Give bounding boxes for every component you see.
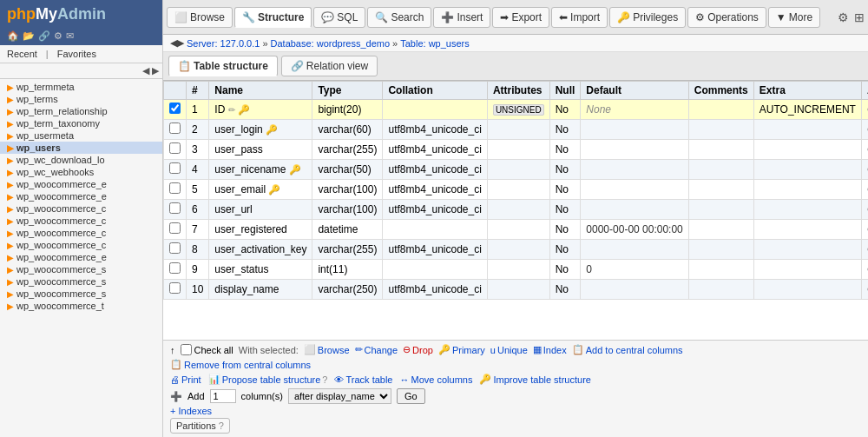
browse-selected-btn[interactable]: ⬜ Browse <box>304 344 350 355</box>
propose-help-icon[interactable]: ? <box>322 374 327 385</box>
row-comments <box>688 200 753 220</box>
favorites-tab[interactable]: Favorites <box>54 48 100 60</box>
table-breadcrumb[interactable]: Table: wp_users <box>400 38 470 49</box>
import-button[interactable]: ⬅ Import <box>551 7 608 28</box>
remove-central-btn[interactable]: 📋 Remove from central columns <box>170 359 861 370</box>
structure-button[interactable]: 🔧 Structure <box>234 7 312 28</box>
row-checkbox[interactable] <box>169 222 181 234</box>
row-type: datetime <box>312 220 383 240</box>
row-checkbox[interactable] <box>169 282 181 294</box>
table-icon: ▶ <box>7 131 14 141</box>
check-all-checkbox[interactable] <box>181 344 192 355</box>
sidebar-item-wp_wc_webhooks[interactable]: ▶wp_wc_webhooks <box>0 166 162 178</box>
insert-button[interactable]: ➕ Insert <box>433 7 490 28</box>
privileges-button[interactable]: 🔑 Privileges <box>609 7 686 28</box>
row-checkbox[interactable] <box>169 122 181 134</box>
unique-btn[interactable]: u Unique <box>490 345 528 355</box>
row-actions: ✏ Change ⊖ Drop ▼More <box>861 120 868 140</box>
operations-button[interactable]: ⚙ Operations <box>687 7 766 28</box>
relation-view-tab[interactable]: 🔗 Relation view <box>281 56 378 76</box>
sidebar-item-wp_woocommerce_t[interactable]: ▶wp_woocommerce_t <box>0 300 162 312</box>
change-selected-btn[interactable]: ✏ Change <box>355 344 398 355</box>
move-btn[interactable]: ↔ Move columns <box>400 374 473 385</box>
track-btn[interactable]: 👁 Track table <box>334 374 392 385</box>
sidebar-item-wp_wc_download_lo[interactable]: ▶wp_wc_download_lo <box>0 154 162 166</box>
row-num: 8 <box>187 240 209 260</box>
operations-icon: ⚙ <box>695 11 705 23</box>
sidebar-item-wp_term_relationship[interactable]: ▶wp_term_relationship <box>0 105 162 117</box>
row-checkbox[interactable] <box>169 182 181 194</box>
primary-btn[interactable]: 🔑 Primary <box>438 344 485 355</box>
row-actions: ✏ Change ⊖ Drop ▼More <box>861 180 868 200</box>
sidebar-item-wp_woocommerce_c[interactable]: ▶wp_woocommerce_c <box>0 202 162 215</box>
table-row: 10 display_name varchar(250) utf8mb4_uni… <box>164 280 869 300</box>
collapse-icon[interactable]: ◀ <box>142 65 149 76</box>
row-attributes <box>487 180 549 200</box>
row-collation: utf8mb4_unicode_ci <box>383 160 487 180</box>
row-name: user_status <box>209 260 312 280</box>
row-checkbox[interactable] <box>169 242 181 254</box>
add-columns-input[interactable] <box>210 389 236 403</box>
row-checkbox[interactable] <box>169 142 181 154</box>
partitions-help-icon[interactable]: ? <box>219 420 224 431</box>
row-num: 2 <box>187 120 209 140</box>
row-collation: utf8mb4_unicode_ci <box>383 180 487 200</box>
browse-button[interactable]: ⬜ Browse <box>167 7 233 28</box>
row-checkbox[interactable] <box>169 262 181 274</box>
row-actions: ✏ Change ⊖ Drop ▼More <box>861 280 868 300</box>
window-icon[interactable]: ⊞ <box>854 10 865 24</box>
row-checkbox[interactable] <box>169 162 181 174</box>
search-button[interactable]: 🔍 Search <box>367 7 431 28</box>
row-checkbox[interactable] <box>169 202 181 214</box>
partitions-button[interactable]: Partitions ? <box>170 418 230 434</box>
print-btn[interactable]: 🖨 Print <box>170 374 201 385</box>
more-button[interactable]: ▼ More <box>768 7 820 28</box>
improve-btn[interactable]: 🔑 Improve table structure <box>479 374 591 385</box>
sidebar-item-wp_terms[interactable]: ▶wp_terms <box>0 93 162 105</box>
export-button[interactable]: ➡ Export <box>492 7 549 28</box>
row-type: bigint(20) <box>312 100 383 120</box>
row-extra <box>753 120 861 140</box>
unsigned-badge: UNSIGNED <box>493 104 544 116</box>
expand-icon[interactable]: ▶ <box>152 65 159 76</box>
settings-icon[interactable]: ⚙ <box>838 10 849 24</box>
sidebar-item-wp_termmeta[interactable]: ▶wp_termmeta <box>0 81 162 93</box>
sidebar-item-wp_woocommerce_s[interactable]: ▶wp_woocommerce_s <box>0 263 162 275</box>
row-type: varchar(100) <box>312 200 383 220</box>
more-icon: ▼ <box>776 11 786 23</box>
table-icon: ▶ <box>7 143 14 153</box>
recent-tab[interactable]: Recent <box>3 48 41 60</box>
sidebar-item-wp_woocommerce_s[interactable]: ▶wp_woocommerce_s <box>0 275 162 288</box>
row-checkbox[interactable] <box>169 103 181 114</box>
sidebar-item-wp_woocommerce_e[interactable]: ▶wp_woocommerce_e <box>0 190 162 202</box>
sidebar-item-wp_woocommerce_e[interactable]: ▶wp_woocommerce_e <box>0 251 162 263</box>
row-num: 3 <box>187 140 209 160</box>
propose-btn[interactable]: 📊 Propose table structure ? <box>208 374 328 385</box>
table-structure-tab[interactable]: 📋 Table structure <box>168 56 278 76</box>
row-comments <box>688 220 753 240</box>
sidebar-item-wp_woocommerce_c[interactable]: ▶wp_woocommerce_c <box>0 227 162 239</box>
col-checkbox <box>164 82 187 100</box>
sidebar-item-wp_users[interactable]: ▶wp_users <box>0 142 162 154</box>
sql-button[interactable]: 💬 SQL <box>313 7 365 28</box>
sidebar-item-wp_woocommerce_c[interactable]: ▶wp_woocommerce_c <box>0 215 162 227</box>
go-button[interactable]: Go <box>397 388 425 404</box>
sidebar-item-wp_usermeta[interactable]: ▶wp_usermeta <box>0 129 162 142</box>
row-attributes <box>487 240 549 260</box>
row-null: No <box>549 160 581 180</box>
server-breadcrumb[interactable]: Server: 127.0.0.1 <box>187 38 260 49</box>
row-null: No <box>549 220 581 240</box>
logo[interactable]: phpMyAdmin <box>7 5 106 23</box>
add-central-btn[interactable]: 📋 Add to central columns <box>572 344 683 355</box>
check-all-label[interactable]: Check all <box>181 344 233 355</box>
sidebar-item-wp_woocommerce_s[interactable]: ▶wp_woocommerce_s <box>0 288 162 300</box>
sidebar-item-wp_term_taxonomy[interactable]: ▶wp_term_taxonomy <box>0 117 162 129</box>
sidebar-item-wp_woocommerce_c[interactable]: ▶wp_woocommerce_c <box>0 239 162 251</box>
index-btn[interactable]: ▦ Index <box>533 344 567 355</box>
drop-selected-btn[interactable]: ⊖ Drop <box>403 344 433 355</box>
row-actions: ✏ Change ⊖ Drop ▼More <box>861 260 868 280</box>
database-breadcrumb[interactable]: Database: wordpress_demo <box>271 38 391 49</box>
indexes-link[interactable]: + Indexes <box>170 406 861 416</box>
sidebar-item-wp_woocommerce_e[interactable]: ▶wp_woocommerce_e <box>0 178 162 190</box>
after-column-select[interactable]: after display_name <box>288 388 391 404</box>
